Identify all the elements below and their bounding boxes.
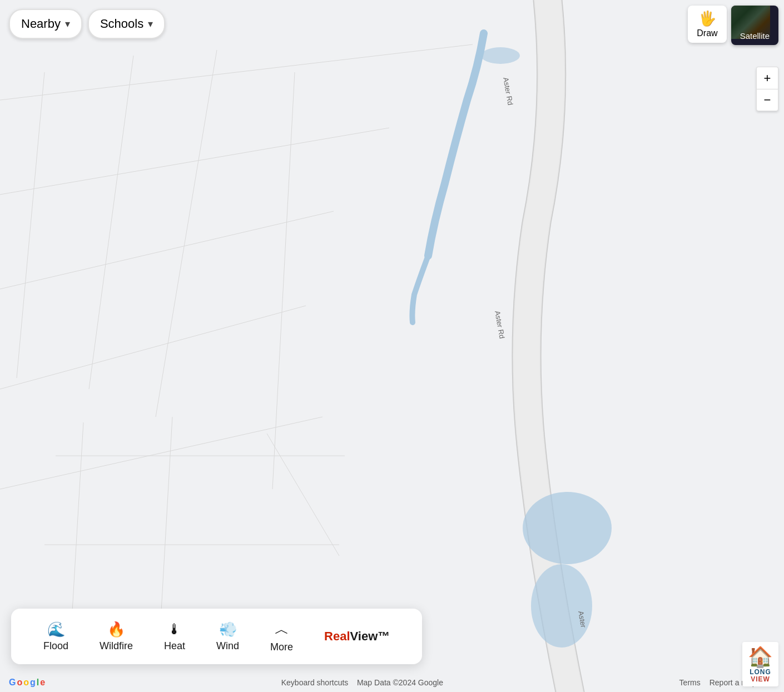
- map-background: [0, 0, 784, 692]
- wildfire-icon: 🔥: [107, 621, 125, 638]
- wind-icon: 💨: [219, 621, 237, 638]
- zoom-in-button[interactable]: +: [756, 67, 778, 89]
- attribution-center: Keyboard shortcuts Map Data ©2024 Google: [281, 678, 443, 687]
- terms-link[interactable]: Terms: [679, 678, 701, 687]
- flood-icon: 🌊: [47, 621, 65, 638]
- more-item[interactable]: ︿ More: [255, 615, 309, 658]
- google-g-blue2: g: [30, 678, 36, 688]
- realview-real: Real: [324, 629, 350, 644]
- heat-item[interactable]: 🌡 Heat: [148, 616, 201, 656]
- google-logo: Google: [9, 678, 45, 688]
- flood-item[interactable]: 🌊 Flood: [28, 616, 84, 656]
- longview-logo: 🏠 LONG VIEW: [742, 642, 778, 686]
- google-g-blue: G: [9, 678, 16, 688]
- more-label: More: [270, 641, 293, 653]
- schools-label: Schools: [100, 17, 143, 31]
- longview-text: LONG VIEW: [750, 669, 771, 683]
- realview-button[interactable]: RealView™: [309, 625, 405, 648]
- google-g-yellow: o: [23, 678, 29, 688]
- more-icon: ︿: [275, 620, 289, 639]
- top-controls: Nearby ▾ Schools ▾: [9, 9, 165, 39]
- top-right-controls: 🖐 Draw Satellite: [688, 6, 778, 45]
- longview-house-icon: 🏠: [748, 645, 773, 669]
- map-container[interactable]: Aster Rd Aster Rd Aster Nearby ▾ Schools…: [0, 0, 784, 692]
- nearby-button[interactable]: Nearby ▾: [9, 9, 82, 39]
- google-g-green: l: [37, 678, 39, 688]
- schools-chevron-icon: ▾: [148, 18, 153, 30]
- zoom-out-button[interactable]: −: [756, 89, 778, 111]
- google-g-red2: e: [40, 678, 45, 688]
- wind-label: Wind: [216, 640, 239, 652]
- bottom-bar: 🌊 Flood 🔥 Wildfire 🌡 Heat 💨 Wind ︿ More …: [11, 609, 422, 664]
- keyboard-shortcuts[interactable]: Keyboard shortcuts: [281, 678, 349, 687]
- satellite-button[interactable]: Satellite: [731, 6, 778, 45]
- zoom-controls: + −: [756, 67, 778, 111]
- wind-item[interactable]: 💨 Wind: [201, 616, 255, 656]
- draw-button[interactable]: 🖐 Draw: [688, 6, 726, 43]
- longview-long: LONG: [750, 668, 771, 676]
- schools-button[interactable]: Schools ▾: [88, 9, 165, 39]
- google-g-red: o: [17, 678, 22, 688]
- heat-icon: 🌡: [167, 621, 182, 638]
- bottom-attribution: Google Keyboard shortcuts Map Data ©2024…: [0, 678, 784, 688]
- longview-view: VIEW: [751, 675, 770, 683]
- wildfire-label: Wildfire: [100, 640, 133, 652]
- heat-label: Heat: [164, 640, 185, 652]
- draw-hand-icon: 🖐: [698, 10, 716, 27]
- map-data: Map Data ©2024 Google: [357, 678, 443, 687]
- satellite-label: Satellite: [740, 31, 770, 41]
- flood-label: Flood: [43, 640, 68, 652]
- nearby-chevron-icon: ▾: [65, 18, 70, 30]
- nearby-label: Nearby: [21, 17, 61, 31]
- draw-label: Draw: [697, 28, 717, 38]
- realview-view: View™: [350, 629, 390, 644]
- wildfire-item[interactable]: 🔥 Wildfire: [84, 616, 148, 656]
